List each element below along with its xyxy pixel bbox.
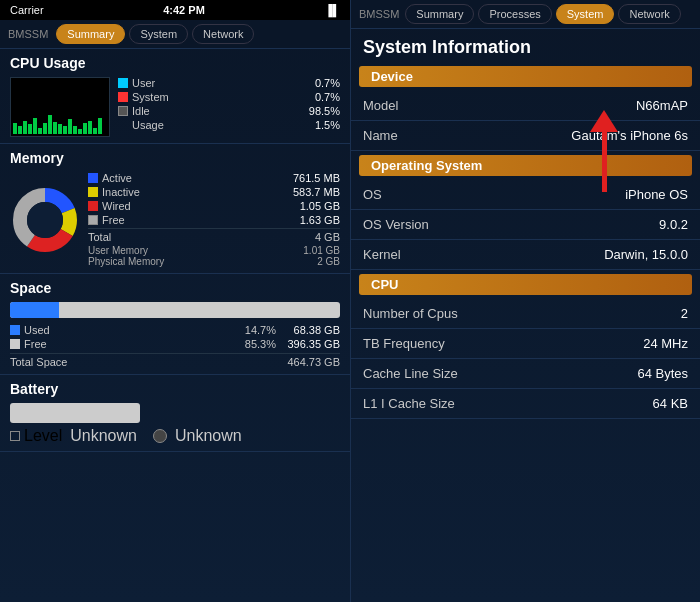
usage-spacer: [118, 120, 128, 130]
left-tab-summary[interactable]: Summary: [56, 24, 125, 44]
num-cpus-value: 2: [681, 306, 688, 321]
kernel-value: Darwin, 15.0.0: [604, 247, 688, 262]
user-label: User: [132, 77, 311, 89]
tb-freq-row: TB Frequency 24 MHz: [351, 329, 700, 359]
name-label: Name: [363, 128, 398, 143]
l1i-cache-value: 64 KB: [653, 396, 688, 411]
tb-freq-label: TB Frequency: [363, 336, 445, 351]
used-label: Used: [24, 324, 237, 336]
space-legend: Used 14.7% 68.38 GB Free 85.3% 396.35 GB…: [10, 324, 340, 368]
total-space-value: 464.73 GB: [287, 356, 340, 368]
cpu-legend-system: System 0.7%: [118, 91, 340, 103]
system-color: [118, 92, 128, 102]
device-header: Device: [359, 66, 692, 87]
l1i-cache-label: L1 I Cache Size: [363, 396, 455, 411]
num-cpus-row: Number of Cpus 2: [351, 299, 700, 329]
space-bar-container: [10, 302, 340, 318]
time-label: 4:42 PM: [163, 4, 205, 16]
space-free-val: 396.35 GB: [280, 338, 340, 350]
active-color: [88, 173, 98, 183]
total-label: Total: [88, 231, 111, 243]
os-label: OS: [363, 187, 382, 202]
usage-label: Usage: [132, 119, 311, 131]
mem-wired: Wired 1.05 GB: [88, 200, 340, 212]
os-header: Operating System: [359, 155, 692, 176]
cache-line-value: 64 Bytes: [637, 366, 688, 381]
battery-level-row: Level Unknown: [10, 427, 137, 445]
memory-title: Memory: [10, 150, 340, 166]
mem-active: Active 761.5 MB: [88, 172, 340, 184]
mem-inactive: Inactive 583.7 MB: [88, 186, 340, 198]
usage-value: 1.5%: [315, 119, 340, 131]
left-nav: BMSSM Summary System Network: [0, 20, 350, 49]
right-brand: BMSSM: [359, 8, 399, 20]
space-free: Free 85.3% 396.35 GB: [10, 338, 340, 350]
cpu-legend-usage: Usage 1.5%: [118, 119, 340, 131]
used-pct: 14.7%: [241, 324, 276, 336]
left-panel: Carrier 4:42 PM ▐▌ BMSSM Summary System …: [0, 0, 350, 602]
system-value: 0.7%: [315, 91, 340, 103]
idle-value: 98.5%: [309, 105, 340, 117]
space-title: Space: [10, 280, 340, 296]
right-title: System Information: [351, 29, 700, 62]
right-tab-summary[interactable]: Summary: [405, 4, 474, 24]
battery-level-value: Unknown: [70, 427, 137, 445]
os-version-row: OS Version 9.0.2: [351, 210, 700, 240]
cpu-usage-section: CPU Usage: [0, 49, 350, 144]
mem-extra: User Memory 1.01 GB Physical Memory 2 GB: [88, 245, 340, 267]
battery-title: Battery: [10, 381, 340, 397]
used-val: 68.38 GB: [280, 324, 340, 336]
os-version-value: 9.0.2: [659, 217, 688, 232]
memory-section: Memory Active 761.5 MB: [0, 144, 350, 274]
space-bar-fill: [10, 302, 59, 318]
name-value: Gautam's iPhone 6s: [571, 128, 688, 143]
inactive-value: 583.7 MB: [293, 186, 340, 198]
total-space-label: Total Space: [10, 356, 67, 368]
battery-section: Battery Level Unknown Unknown: [0, 375, 350, 452]
left-tab-system[interactable]: System: [129, 24, 188, 44]
idle-color: [118, 106, 128, 116]
physical-mem-label: Physical Memory: [88, 256, 164, 267]
wired-label: Wired: [102, 200, 296, 212]
status-bar: Carrier 4:42 PM ▐▌: [0, 0, 350, 20]
cpu-legend: User 0.7% System 0.7% Idle 98.5% Usage 1…: [118, 77, 340, 137]
left-tab-network[interactable]: Network: [192, 24, 254, 44]
right-tab-processes[interactable]: Processes: [478, 4, 551, 24]
right-panel-wrapper: BMSSM Summary Processes System Network S…: [350, 0, 700, 602]
cpu-graph: [10, 77, 110, 137]
right-tab-system[interactable]: System: [556, 4, 615, 24]
os-row: OS iPhone OS: [351, 180, 700, 210]
left-brand: BMSSM: [8, 28, 48, 40]
mem-free: Free 1.63 GB: [88, 214, 340, 226]
tb-freq-value: 24 MHz: [643, 336, 688, 351]
model-label: Model: [363, 98, 398, 113]
active-label: Active: [102, 172, 289, 184]
mem-total: Total 4 GB: [88, 228, 340, 243]
space-section: Space Used 14.7% 68.38 GB Free 85.3% 396…: [0, 274, 350, 375]
num-cpus-label: Number of Cpus: [363, 306, 458, 321]
inactive-label: Inactive: [102, 186, 289, 198]
wired-color: [88, 201, 98, 211]
physical-mem-value: 2 GB: [317, 256, 340, 267]
user-mem-value: 1.01 GB: [303, 245, 340, 256]
battery-indicator: ▐▌: [324, 4, 340, 16]
total-value: 4 GB: [315, 231, 340, 243]
cpu-header: CPU: [359, 274, 692, 295]
active-value: 761.5 MB: [293, 172, 340, 184]
wired-value: 1.05 GB: [300, 200, 340, 212]
inactive-color: [88, 187, 98, 197]
battery-bar: [10, 403, 140, 423]
free-color: [88, 215, 98, 225]
user-color: [118, 78, 128, 88]
cache-line-label: Cache Line Size: [363, 366, 458, 381]
cpu-legend-user: User 0.7%: [118, 77, 340, 89]
space-free-pct: 85.3%: [241, 338, 276, 350]
battery-level-icon: [10, 431, 20, 441]
system-label: System: [132, 91, 311, 103]
kernel-label: Kernel: [363, 247, 401, 262]
user-mem-label: User Memory: [88, 245, 148, 256]
model-row: Model N66mAP: [351, 91, 700, 121]
battery-status-value: Unknown: [175, 427, 242, 445]
battery-info: Level Unknown Unknown: [10, 427, 340, 445]
right-tab-network[interactable]: Network: [618, 4, 680, 24]
